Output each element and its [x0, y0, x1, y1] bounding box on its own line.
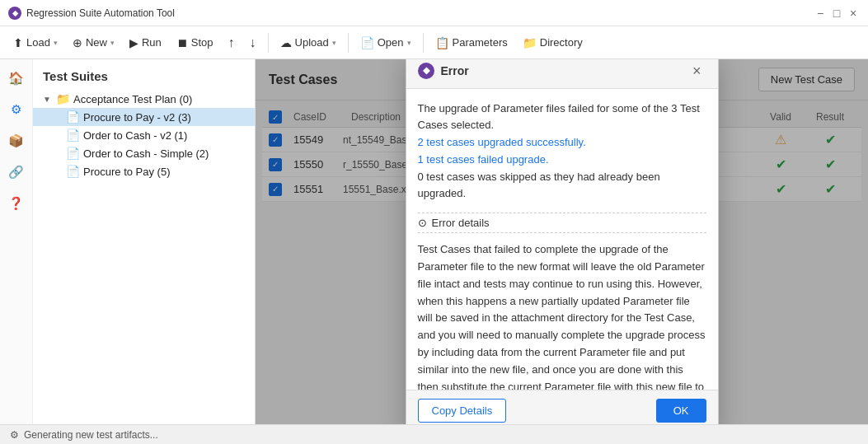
- down-button[interactable]: ↓: [243, 32, 263, 54]
- run-button[interactable]: ▶ Run: [123, 33, 168, 53]
- error-details-label: Error details: [432, 217, 490, 229]
- open-icon: 📄: [360, 36, 374, 49]
- modal-summary: The upgrade of Parameter files failed fo…: [418, 100, 706, 203]
- tree-item-order-v2[interactable]: 📄 Order to Cash - v2 (1): [33, 126, 255, 144]
- toolbar-separator: [268, 33, 269, 53]
- sidebar-content: 🏠 ⚙ 📦 🔗 ❓ Test Suites ▼ 📁 Acceptance Tes…: [0, 59, 255, 424]
- ok-button[interactable]: OK: [656, 399, 706, 423]
- new-icon: ⊕: [73, 36, 82, 49]
- file-icon: 📄: [66, 165, 80, 178]
- parameters-button[interactable]: 📋 Parameters: [429, 33, 514, 53]
- load-icon: ⬆: [13, 36, 23, 49]
- tree-item-order-simple[interactable]: 📄 Order to Cash - Simple (2): [33, 144, 255, 162]
- close-button[interactable]: ×: [847, 7, 860, 20]
- modal-overlay: ◆ Error × The upgrade of Parameter files…: [256, 59, 868, 424]
- directory-button[interactable]: 📁 Directory: [516, 33, 589, 53]
- maximize-button[interactable]: □: [830, 7, 843, 20]
- tree-area: Test Suites ▼ 📁 Acceptance Test Plan (0)…: [33, 59, 255, 424]
- title-bar: ◆ Regression Suite Automation Tool − □ ×: [0, 0, 868, 26]
- sidebar-title: Test Suites: [33, 66, 255, 90]
- tree-item-label: Procure to Pay (5): [83, 166, 171, 178]
- tree-item-label: Procure to Pay - v2 (3): [83, 111, 191, 124]
- modal-title: Error: [441, 64, 469, 77]
- status-bar: ⚙ Generating new test artifacts...: [0, 424, 868, 444]
- copy-details-button[interactable]: Copy Details: [418, 399, 507, 423]
- error-details-text: Test Cases that failed to complete the u…: [418, 241, 706, 389]
- file-icon: 📄: [66, 147, 80, 160]
- file-icon: 📄: [66, 129, 80, 142]
- modal-footer: Copy Details OK: [406, 390, 718, 425]
- chevron-down-icon: ⊙: [418, 217, 427, 229]
- home-icon[interactable]: 🏠: [4, 66, 29, 91]
- summary-line2: 2 test cases upgraded successfully.: [418, 134, 706, 152]
- run-icon: ▶: [129, 36, 138, 49]
- summary-line4: 0 test cases was skipped as they had alr…: [418, 169, 706, 203]
- upload-button[interactable]: ☁ Upload ▾: [274, 33, 343, 53]
- new-button[interactable]: ⊕ New ▾: [66, 33, 121, 53]
- parameters-icon: 📋: [435, 36, 449, 49]
- tree-item-label: Acceptance Test Plan (0): [73, 93, 192, 105]
- tree-item-label: Order to Cash - v2 (1): [83, 129, 187, 142]
- help-icon[interactable]: ❓: [4, 191, 29, 216]
- status-text: Generating new test artifacts...: [24, 429, 158, 441]
- summary-line1: The upgrade of Parameter files failed fo…: [418, 100, 706, 135]
- tree-item-label: Order to Cash - Simple (2): [83, 147, 209, 160]
- expand-arrow: ▼: [43, 95, 53, 104]
- modal-body: The upgrade of Parameter files failed fo…: [406, 89, 718, 390]
- modal-dialog-icon: ◆: [418, 63, 434, 79]
- gear-icon[interactable]: ⚙: [4, 97, 29, 122]
- tree-item-acceptance[interactable]: ▼ 📁 Acceptance Test Plan (0): [33, 90, 255, 108]
- folder-icon: 📁: [56, 92, 70, 105]
- file-icon: 📄: [66, 110, 80, 124]
- window-controls: − □ ×: [814, 7, 860, 20]
- error-modal: ◆ Error × The upgrade of Parameter files…: [406, 59, 719, 424]
- tree-container: ▼ 📁 Acceptance Test Plan (0) 📄 Procure t…: [33, 90, 255, 180]
- stop-button[interactable]: ⏹ Stop: [170, 33, 220, 53]
- load-button[interactable]: ⬆ Load ▾: [7, 33, 64, 53]
- icon-rail: 🏠 ⚙ 📦 🔗 ❓: [0, 59, 33, 424]
- link-icon[interactable]: 🔗: [4, 160, 29, 185]
- folder-icon: 📁: [523, 36, 537, 49]
- open-button[interactable]: 📄 Open ▾: [354, 33, 418, 53]
- tree-item-procure-5[interactable]: 📄 Procure to Pay (5): [33, 162, 255, 180]
- modal-header: ◆ Error ×: [406, 59, 718, 89]
- app-title: Regression Suite Automation Tool: [26, 7, 809, 19]
- modal-title-area: ◆ Error: [418, 63, 469, 79]
- toolbar: ⬆ Load ▾ ⊕ New ▾ ▶ Run ⏹ Stop ↑ ↓ ☁ Uplo…: [0, 26, 868, 59]
- tree-item-procure-v2[interactable]: 📄 Procure to Pay - v2 (3): [33, 108, 255, 126]
- stop-icon: ⏹: [176, 36, 188, 49]
- test-cases-panel: Test Cases New Test Case ✓ CaseID Descri…: [256, 59, 868, 424]
- modal-close-button[interactable]: ×: [687, 62, 706, 80]
- main-content: 🏠 ⚙ 📦 🔗 ❓ Test Suites ▼ 📁 Acceptance Tes…: [0, 59, 868, 424]
- upload-icon: ☁: [280, 36, 292, 49]
- minimize-button[interactable]: −: [814, 7, 827, 20]
- summary-line3: 1 test cases failed upgrade.: [418, 152, 706, 169]
- package-icon[interactable]: 📦: [4, 129, 29, 153]
- toolbar-separator-3: [423, 33, 424, 53]
- sidebar: 🏠 ⚙ 📦 🔗 ❓ Test Suites ▼ 📁 Acceptance Tes…: [0, 59, 256, 424]
- status-icon: ⚙: [10, 429, 19, 441]
- toolbar-separator-2: [348, 33, 349, 53]
- up-button[interactable]: ↑: [222, 32, 242, 54]
- app-icon: ◆: [8, 7, 21, 20]
- error-details-toggle[interactable]: ⊙ Error details: [418, 213, 706, 233]
